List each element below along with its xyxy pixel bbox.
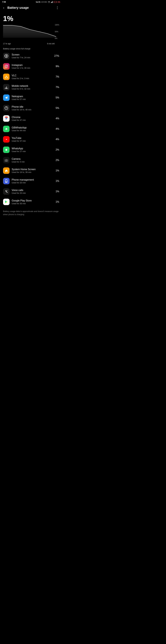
status-time: 7:59 — [2, 1, 6, 3]
app-icon-phone-management — [3, 178, 10, 184]
list-item[interactable]: Phone idleUsed for 16 hr, 48 min5% — [0, 103, 62, 113]
svg-point-26 — [6, 118, 7, 119]
svg-rect-1 — [51, 2, 52, 3]
svg-rect-3 — [52, 1, 53, 3]
app-name: Instagram — [12, 64, 56, 66]
app-icon-screen — [3, 53, 10, 59]
chart-y-labels: 100% 50% 0% — [55, 24, 59, 39]
list-item[interactable]: InstagramUsed for 1 hr, 30 min9% — [0, 61, 62, 72]
battery-chart: 100% 50% 0% — [0, 24, 62, 42]
app-name: VLC — [12, 74, 56, 77]
app-time: Used for 1 hr, 30 min — [12, 67, 56, 69]
list-item[interactable]: GBWhatsAppUsed for 44 min4% — [0, 124, 62, 134]
app-name: Screen — [12, 53, 54, 56]
app-name: Phone idle — [12, 106, 56, 108]
chart-label-100: 100% — [55, 24, 59, 26]
app-time: Used for 20 min — [12, 182, 56, 184]
app-icon-system-home — [3, 168, 10, 174]
svg-marker-20 — [6, 86, 7, 89]
app-icon-nekogram — [3, 94, 10, 101]
app-icon-youtube — [3, 136, 10, 142]
app-percent: 1% — [56, 190, 59, 193]
svg-rect-34 — [6, 159, 7, 160]
signal-icon — [51, 1, 53, 3]
app-icon-whatsapp — [3, 146, 10, 153]
svg-marker-19 — [5, 87, 6, 89]
app-icon-google-play — [3, 199, 10, 205]
chart-label-left: 17 hr ago — [3, 42, 11, 45]
app-name: Nekogram — [12, 95, 56, 98]
app-time: Used for 4 min — [12, 161, 56, 163]
app-percent: 2% — [56, 148, 59, 151]
app-icon-gbwhatsapp — [3, 126, 10, 132]
list-item[interactable]: Google Play StoreUsed for 30 min1% — [0, 197, 62, 207]
app-time: Used for 44 min — [12, 130, 56, 132]
list-item[interactable]: Mobile networkUsed for 6 hr, 32 min7% — [0, 82, 62, 92]
app-percent: 7% — [56, 76, 59, 78]
svg-point-33 — [6, 160, 7, 161]
app-name: Camera — [12, 158, 56, 160]
app-name: Mobile network — [12, 84, 56, 88]
app-icon-vlc — [3, 74, 10, 80]
app-time: Used for 7 hr, 24 min — [12, 56, 54, 59]
more-options-button[interactable]: ⋮ — [55, 5, 60, 10]
app-name: Voice calls — [12, 189, 56, 192]
list-item[interactable]: VLCUsed for 2 hr, 3 min7% — [0, 72, 62, 82]
svg-rect-37 — [6, 180, 7, 182]
app-time: Used for 2 hr, 3 min — [12, 77, 56, 80]
svg-rect-4 — [54, 2, 57, 3]
app-name: Phone management — [12, 178, 56, 181]
list-item[interactable]: Voice callsUsed for 20 min1% — [0, 186, 62, 197]
svg-point-24 — [6, 108, 7, 108]
app-name: YouTube — [12, 137, 56, 140]
app-icon-voice-calls — [3, 188, 10, 195]
app-time: Used for 47 min — [12, 119, 56, 121]
svg-rect-5 — [57, 2, 57, 2]
list-item[interactable]: Phone managementUsed for 20 min1% — [0, 176, 62, 186]
wifi-icon — [48, 1, 50, 3]
chart-label-50: 50% — [55, 31, 59, 32]
top-bar: ‹ Battery usage ⋮ — [0, 4, 62, 12]
battery-percent-status: 1% — [58, 1, 60, 3]
app-name: Chrome — [12, 116, 56, 119]
list-item[interactable]: NekogramUsed for 57 min5% — [0, 92, 62, 103]
app-percent: 1% — [56, 169, 59, 172]
app-name: WhatsApp — [12, 147, 56, 150]
app-time: Used for 30 min — [12, 202, 56, 205]
app-percent: 2% — [56, 159, 59, 162]
usage-list: ScreenUsed for 7 hr, 24 min27%InstagramU… — [0, 51, 62, 207]
list-item[interactable]: ChromeUsed for 47 min4% — [0, 113, 62, 124]
footer-note: Battery usage data is approximate and do… — [0, 207, 62, 220]
app-time: Used for 27 min — [12, 150, 56, 152]
app-time: Used for 16 hr, 48 min — [12, 108, 56, 111]
status-icons: VoLTE 2.08 KB/s 1% — [36, 1, 60, 3]
list-item[interactable]: CameraUsed for 4 min2% — [0, 155, 62, 166]
back-button[interactable]: ‹ — [1, 5, 7, 10]
section-label: Battery usage since full charge — [0, 45, 62, 51]
page-title: Battery usage — [7, 6, 55, 10]
app-percent: 4% — [56, 117, 59, 120]
list-item[interactable]: WhatsAppUsed for 27 min2% — [0, 144, 62, 155]
data-speed: 2.08 KB/s — [41, 1, 47, 3]
network-type: VoLTE — [36, 1, 40, 3]
app-name: Google Play Store — [12, 199, 56, 202]
app-icon-phone-idle — [3, 105, 10, 111]
list-item[interactable]: System Home ScreenUsed for 16 hr, 39 min… — [0, 166, 62, 176]
back-arrow-icon: ‹ — [3, 6, 4, 10]
svg-point-38 — [6, 182, 7, 182]
app-percent: 1% — [56, 180, 59, 182]
svg-rect-0 — [51, 2, 51, 3]
list-item[interactable]: YouTubeUsed for 37 min4% — [0, 134, 62, 144]
svg-marker-7 — [3, 25, 56, 38]
app-icon-mobile-network — [3, 84, 10, 90]
svg-marker-39 — [5, 200, 8, 203]
app-icon-instagram — [3, 63, 10, 70]
more-icon: ⋮ — [56, 6, 59, 10]
svg-marker-21 — [7, 88, 8, 89]
svg-rect-2 — [52, 2, 52, 3]
battery-icon — [54, 1, 57, 3]
app-name: GBWhatsApp — [12, 126, 56, 129]
svg-point-9 — [6, 55, 7, 56]
list-item[interactable]: ScreenUsed for 7 hr, 24 min27% — [0, 51, 62, 61]
app-percent: 5% — [56, 96, 59, 99]
